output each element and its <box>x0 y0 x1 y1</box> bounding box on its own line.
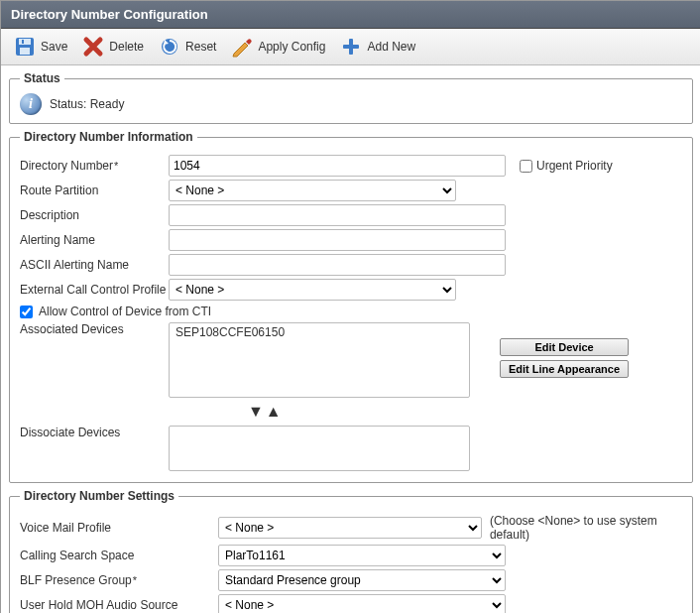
move-up-icon[interactable]: ▲ <box>266 404 282 420</box>
ascii-alerting-name-input[interactable] <box>169 254 506 276</box>
route-partition-select[interactable]: < None > <box>169 180 456 201</box>
alerting-name-input[interactable] <box>169 229 506 251</box>
window-title-bar: Directory Number Configuration <box>1 1 700 29</box>
save-label: Save <box>41 40 67 54</box>
move-down-icon[interactable]: ▼ <box>248 404 264 420</box>
toolbar: Save Delete Reset Apply Config Add New <box>1 29 700 65</box>
reset-label: Reset <box>185 40 216 54</box>
description-label: Description <box>20 208 169 222</box>
page-title: Directory Number Configuration <box>11 7 208 22</box>
associated-device-item[interactable]: SEP108CCFE06150 <box>175 325 463 339</box>
page-root: Directory Number Configuration Save Dele… <box>0 0 700 613</box>
ascii-alerting-name-label: ASCII Alerting Name <box>20 258 169 272</box>
edit-device-button[interactable]: Edit Device <box>500 338 629 356</box>
description-input[interactable] <box>169 204 506 226</box>
reset-icon <box>158 35 181 59</box>
dn-info-fieldset: Directory Number Information Directory N… <box>9 130 693 483</box>
save-button[interactable]: Save <box>7 33 73 61</box>
dissociate-devices-label: Dissociate Devices <box>20 426 169 439</box>
svg-rect-2 <box>20 48 30 55</box>
delete-label: Delete <box>109 40 144 54</box>
status-fieldset: Status i Status: Ready <box>9 71 693 124</box>
ext-call-ctrl-select[interactable]: < None > <box>169 279 456 301</box>
add-new-button[interactable]: Add New <box>333 33 421 61</box>
add-new-label: Add New <box>367 40 415 54</box>
apply-config-button[interactable]: Apply Config <box>224 33 331 61</box>
voice-mail-profile-select[interactable]: < None > <box>218 517 482 539</box>
apply-config-label: Apply Config <box>258 40 325 54</box>
blf-presence-group-select[interactable]: Standard Presence group <box>218 569 506 591</box>
urgent-priority-checkbox[interactable] <box>520 160 532 173</box>
svg-rect-1 <box>19 39 31 45</box>
directory-number-label: Directory Number <box>20 159 169 173</box>
calling-search-space-label: Calling Search Space <box>20 549 218 562</box>
associated-devices-label: Associated Devices <box>20 322 169 336</box>
apply-config-icon <box>230 35 254 59</box>
edit-line-appearance-button[interactable]: Edit Line Appearance <box>500 360 629 378</box>
delete-button[interactable]: Delete <box>75 33 150 61</box>
user-hold-moh-label: User Hold MOH Audio Source <box>20 598 218 612</box>
delete-icon <box>81 35 105 59</box>
add-new-icon <box>339 35 363 59</box>
dissociate-devices-listbox[interactable] <box>169 426 470 471</box>
urgent-priority-label: Urgent Priority <box>536 159 613 173</box>
status-text: Status: Ready <box>50 97 124 111</box>
route-partition-label: Route Partition <box>20 184 169 197</box>
voice-mail-profile-label: Voice Mail Profile <box>20 521 218 535</box>
voice-mail-profile-hint: (Choose <None> to use system default) <box>490 514 682 542</box>
reset-button[interactable]: Reset <box>152 33 222 61</box>
svg-rect-3 <box>22 40 24 44</box>
associated-devices-listbox[interactable]: SEP108CCFE06150 <box>169 322 470 398</box>
dn-settings-legend: Directory Number Settings <box>20 489 178 503</box>
allow-cti-label: Allow Control of Device from CTI <box>39 305 211 318</box>
calling-search-space-select[interactable]: PlarTo1161 <box>218 545 506 566</box>
dn-settings-fieldset: Directory Number Settings Voice Mail Pro… <box>9 489 693 613</box>
info-icon: i <box>20 93 42 115</box>
blf-presence-group-label: BLF Presence Group <box>20 573 218 587</box>
save-icon <box>13 35 37 59</box>
directory-number-input[interactable] <box>169 155 506 177</box>
user-hold-moh-select[interactable]: < None > <box>218 594 506 613</box>
alerting-name-label: Alerting Name <box>20 233 169 247</box>
ext-call-ctrl-label: External Call Control Profile <box>20 283 169 297</box>
svg-rect-6 <box>343 45 359 49</box>
dn-info-legend: Directory Number Information <box>20 130 197 144</box>
status-legend: Status <box>20 71 64 85</box>
allow-cti-checkbox[interactable] <box>20 306 33 318</box>
